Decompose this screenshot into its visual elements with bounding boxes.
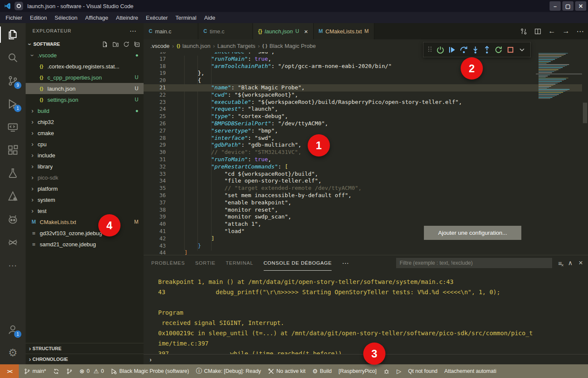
code-line-34[interactable]: 34"file open-story-teller.elf", xyxy=(144,177,582,185)
panel-tab-problemes[interactable]: PROBLÈMES xyxy=(151,255,185,271)
breadcrumb-item[interactable]: Launch Targets xyxy=(218,43,256,49)
code-line-22[interactable]: 22"cwd": "${workspaceRoot}", xyxy=(144,92,582,99)
step-out-button[interactable] xyxy=(482,44,492,55)
status-remote-indicator[interactable]: >< xyxy=(0,364,19,378)
activity-platform-debug[interactable] xyxy=(0,208,26,231)
activity-source-control[interactable]: 9 xyxy=(0,69,26,92)
tree-item-gd32vf103-ozone-jdebug[interactable]: ≡gd32vf103_ozone.jdebug xyxy=(26,227,144,239)
code-line-25[interactable]: 25"type": "cortex-debug", xyxy=(144,113,582,120)
code-line-33[interactable]: 33"cd ${workspaceRoot}/build", xyxy=(144,171,582,178)
activity-search[interactable] xyxy=(0,46,26,69)
code-line-38[interactable]: 38"monitor reset", xyxy=(144,207,582,214)
breadcrumb-item[interactable]: {}launch.json xyxy=(176,43,210,49)
code-line-23[interactable]: 23"executable": "${workspaceRoot}/build/… xyxy=(144,99,582,106)
code-line-44[interactable]: 44] xyxy=(144,249,582,255)
add-configuration-button[interactable]: Ajouter une configuration... xyxy=(424,226,521,240)
tab-cmakelists-txt[interactable]: MCMakeLists.txtM xyxy=(314,23,374,39)
step-into-button[interactable] xyxy=(470,44,480,55)
code-line-30[interactable]: 30// "device": "STM32L431VC", xyxy=(144,149,582,156)
status-build[interactable]: ⚙Build xyxy=(309,364,335,378)
tree-item-library[interactable]: ›library xyxy=(26,161,144,172)
activity-explorer[interactable] xyxy=(0,23,26,46)
status-debug-target[interactable] xyxy=(380,364,393,378)
tree-item-cmakelists-txt[interactable]: MCMakeLists.txtM xyxy=(26,216,144,227)
tab-main-c[interactable]: Cmain.c xyxy=(144,23,198,39)
activity-accounts[interactable]: 1 xyxy=(0,318,26,341)
panel-tab-sortie[interactable]: SORTIE xyxy=(195,255,215,271)
maximize-button[interactable]: ▢ xyxy=(562,1,573,11)
menu-fichier[interactable]: Fichier xyxy=(2,12,26,23)
continue-button[interactable] xyxy=(447,44,457,55)
dropdown-button[interactable] xyxy=(517,44,527,55)
tree-item-cortex-debug-registers-stat[interactable]: {}.cortex-debug.registers.stat... xyxy=(26,61,144,72)
code-line-24[interactable]: 24"request": "launch", xyxy=(144,106,582,113)
status-source-control-compare[interactable] xyxy=(63,364,76,378)
activity-run-and-debug[interactable]: 1 xyxy=(0,92,26,115)
code-line-26[interactable]: 26"BMPGDBSerialPort": "/dev/ttyACM0", xyxy=(144,120,582,127)
code-line-39[interactable]: 39"monitor swdp_scan", xyxy=(144,213,582,221)
status-launch[interactable]: ▷ xyxy=(393,364,405,378)
section-chronologie[interactable]: ›CHRONOLOGIE xyxy=(26,354,144,364)
menu-edition[interactable]: Edition xyxy=(26,12,51,23)
section-structure[interactable]: ›STRUCTURE xyxy=(26,343,144,354)
status-qt[interactable]: Qt not found xyxy=(405,364,441,378)
tree-item-platform[interactable]: ›platform xyxy=(26,183,144,194)
tab-time-c[interactable]: Ctime.c xyxy=(198,23,253,39)
tree-item-include[interactable]: ›include xyxy=(26,150,144,161)
code-editor[interactable]: 16"interface": "swd",17"runToMain": true… xyxy=(144,52,588,255)
tree-item-cmake[interactable]: ›cmake xyxy=(26,127,144,139)
editor-scrollbar[interactable] xyxy=(582,52,588,255)
status-kit[interactable]: No active kit xyxy=(265,364,309,378)
tree-item-settings-json[interactable]: {}settings.jsonU xyxy=(26,94,144,105)
collapse-all-icon[interactable] xyxy=(134,41,140,47)
menu-atteindre[interactable]: Atteindre xyxy=(112,12,142,23)
drag-handle-icon[interactable] xyxy=(427,46,433,53)
explorer-more-icon[interactable]: ⋯ xyxy=(129,27,137,35)
split-editor-icon[interactable] xyxy=(534,28,541,35)
tree-item-chip32[interactable]: ›chip32 xyxy=(26,116,144,127)
code-line-37[interactable]: 37"enable breakpoint", xyxy=(144,199,582,207)
clear-console-icon[interactable]: ≡ xyxy=(558,260,562,267)
tree-item-vscode[interactable]: ›.vscode● xyxy=(26,50,144,61)
breadcrumb-item[interactable]: .vscode xyxy=(150,43,170,49)
menu-selection[interactable]: Sélection xyxy=(51,12,81,23)
tree-item-system[interactable]: ›system xyxy=(26,194,144,205)
close-tab-icon[interactable]: × xyxy=(304,28,308,35)
stop-button[interactable] xyxy=(506,44,515,55)
tab-launch-json[interactable]: {}launch.jsonU× xyxy=(253,23,314,39)
panel-tab-terminal[interactable]: TERMINAL xyxy=(226,255,253,271)
tree-item-test[interactable]: ›test xyxy=(26,205,144,216)
nav-back-icon[interactable]: ← xyxy=(548,27,556,35)
close-button[interactable]: ✕ xyxy=(575,1,586,11)
status-target[interactable]: [RaspberryPico] xyxy=(335,364,380,378)
more-actions-icon[interactable]: ⋯ xyxy=(576,27,584,36)
menu-terminal[interactable]: Terminal xyxy=(172,12,200,23)
breadcrumb-item[interactable]: { }Black Magic Probe xyxy=(262,43,316,49)
tree-item-pico-sdk[interactable]: ›pico-sdk xyxy=(26,172,144,183)
code-line-19[interactable]: 19}, xyxy=(144,70,582,77)
maximize-panel-icon[interactable]: ∧ xyxy=(568,259,573,267)
workspace-section-header[interactable]: › SOFTWARE xyxy=(26,38,144,50)
code-line-21[interactable]: 21"name": "Black Magic Probe", xyxy=(144,84,582,92)
code-line-31[interactable]: 31"runToMain": true, xyxy=(144,156,582,163)
code-line-28[interactable]: 28"interface": "swd", xyxy=(144,135,582,142)
activity-testing[interactable] xyxy=(0,162,26,185)
status-auto-attach[interactable]: Attachement automati xyxy=(441,364,500,378)
pause-power-button[interactable] xyxy=(435,44,445,55)
tree-item-c-cpp-properties-json[interactable]: {}c_cpp_properties.jsonU xyxy=(26,72,144,83)
new-file-icon[interactable] xyxy=(102,41,108,47)
tree-item-cpu[interactable]: ›cpu xyxy=(26,139,144,150)
status-debug-session[interactable]: Black Magic Probe (software) xyxy=(107,364,192,378)
activity-cmake-tools[interactable] xyxy=(0,185,26,208)
step-over-button[interactable] xyxy=(459,44,469,55)
activity-remote-explorer[interactable] xyxy=(0,115,26,139)
code-line-29[interactable]: 29"gdbPath": "gdb-multiarch", xyxy=(144,142,582,149)
debug-console-output[interactable]: Breakpoint 1, main () at /mnt/data/git/o… xyxy=(144,271,588,354)
code-line-32[interactable]: 32"preRestartCommands": [ xyxy=(144,163,582,171)
menu-aide[interactable]: Aide xyxy=(200,12,219,23)
menu-executer[interactable]: Exécuter xyxy=(142,12,171,23)
tree-item-build[interactable]: ›build● xyxy=(26,105,144,116)
panel-tab-console-de-debogage[interactable]: CONSOLE DE DÉBOGAGE xyxy=(264,255,332,271)
code-line-35[interactable]: 35// "target extended-remote /dev/ttyACM… xyxy=(144,185,582,192)
new-folder-icon[interactable] xyxy=(112,41,119,47)
